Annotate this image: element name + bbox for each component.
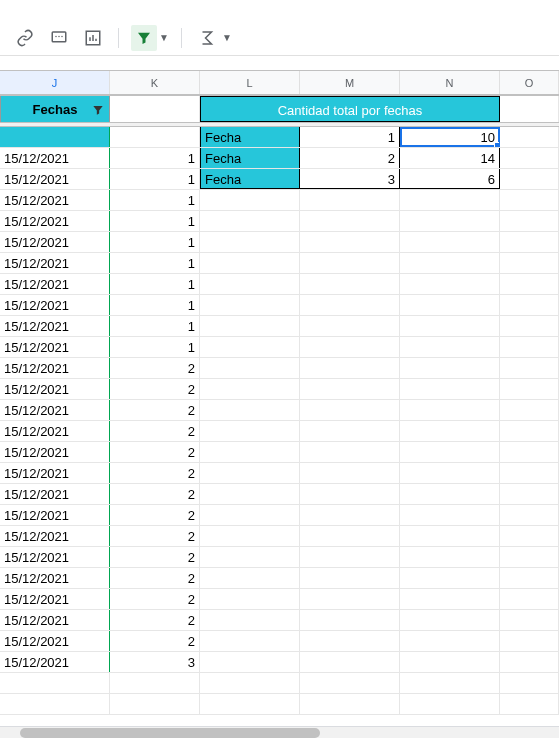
cell[interactable]	[500, 610, 559, 630]
cell[interactable]	[400, 358, 500, 378]
cell[interactable]	[300, 568, 400, 588]
col-header-j[interactable]: J	[0, 71, 110, 94]
cell[interactable]	[400, 442, 500, 462]
cell-j[interactable]: 15/12/2021	[0, 526, 110, 546]
cell-j[interactable]: 15/12/2021	[0, 505, 110, 525]
functions-dropdown[interactable]: ▼	[222, 32, 232, 43]
cell-j[interactable]: 15/12/2021	[0, 316, 110, 336]
summary-m[interactable]: 1	[300, 127, 400, 147]
cell-k[interactable]: 1	[110, 211, 200, 231]
cell[interactable]	[300, 421, 400, 441]
cell[interactable]	[200, 274, 300, 294]
cell-k[interactable]: 2	[110, 505, 200, 525]
cell-j[interactable]: 15/12/2021	[0, 400, 110, 420]
cell[interactable]	[0, 694, 110, 714]
cell[interactable]	[500, 190, 559, 210]
cell[interactable]	[400, 337, 500, 357]
cell[interactable]	[400, 589, 500, 609]
horizontal-scrollbar[interactable]	[0, 726, 559, 738]
cell-k[interactable]: 1	[110, 316, 200, 336]
cell[interactable]	[500, 295, 559, 315]
cell[interactable]	[500, 484, 559, 504]
filter-dropdown-icon[interactable]	[91, 99, 105, 113]
cell-k[interactable]: 1	[110, 148, 200, 168]
cell-k[interactable]: 2	[110, 631, 200, 651]
cell-k[interactable]: 2	[110, 358, 200, 378]
cell[interactable]	[400, 694, 500, 714]
cell[interactable]	[400, 421, 500, 441]
cell[interactable]	[300, 379, 400, 399]
cell-j[interactable]: 15/12/2021	[0, 211, 110, 231]
cell-k[interactable]: 2	[110, 421, 200, 441]
cell[interactable]	[500, 127, 559, 147]
cell-j[interactable]: 15/12/2021	[0, 610, 110, 630]
cell[interactable]	[400, 295, 500, 315]
cell-k[interactable]: 2	[110, 463, 200, 483]
cell-k[interactable]: 2	[110, 547, 200, 567]
cell[interactable]	[300, 673, 400, 693]
col-header-o[interactable]: O	[500, 71, 559, 94]
cell[interactable]	[500, 211, 559, 231]
cell-j[interactable]: 15/12/2021	[0, 568, 110, 588]
cell[interactable]	[400, 631, 500, 651]
cell-k[interactable]: 2	[110, 568, 200, 588]
cell[interactable]	[200, 568, 300, 588]
cell[interactable]	[500, 96, 559, 122]
cell[interactable]	[300, 442, 400, 462]
cell[interactable]	[500, 631, 559, 651]
cell[interactable]	[200, 589, 300, 609]
cell[interactable]	[200, 211, 300, 231]
cell[interactable]	[400, 211, 500, 231]
cell[interactable]	[500, 589, 559, 609]
cell[interactable]	[200, 463, 300, 483]
cell[interactable]	[300, 589, 400, 609]
cell-j[interactable]: 15/12/2021	[0, 169, 110, 189]
cell[interactable]	[200, 673, 300, 693]
cell[interactable]	[400, 400, 500, 420]
cell-j[interactable]: 15/12/2021	[0, 652, 110, 672]
cell-k[interactable]: 2	[110, 610, 200, 630]
cell-j[interactable]: 15/12/2021	[0, 631, 110, 651]
cell-j[interactable]: 15/12/2021	[0, 148, 110, 168]
cell[interactable]	[500, 358, 559, 378]
col-header-n[interactable]: N	[400, 71, 500, 94]
summary-label[interactable]: Fecha	[200, 148, 300, 168]
cell-k[interactable]: 1	[110, 337, 200, 357]
cell[interactable]	[200, 484, 300, 504]
cell-j[interactable]: 15/12/2021	[0, 442, 110, 462]
cell-j[interactable]: 15/12/2021	[0, 232, 110, 252]
cell-k[interactable]	[110, 127, 200, 147]
cell[interactable]	[300, 547, 400, 567]
col-header-l[interactable]: L	[200, 71, 300, 94]
filter-dropdown[interactable]: ▼	[159, 32, 169, 43]
cell[interactable]	[400, 484, 500, 504]
cell[interactable]	[400, 316, 500, 336]
cell-j[interactable]: 15/12/2021	[0, 358, 110, 378]
cell[interactable]	[500, 253, 559, 273]
cell[interactable]	[500, 463, 559, 483]
cell[interactable]	[500, 442, 559, 462]
cell-j[interactable]: 15/12/2021	[0, 190, 110, 210]
cell[interactable]	[300, 505, 400, 525]
cell[interactable]	[300, 211, 400, 231]
cell[interactable]	[500, 421, 559, 441]
cell[interactable]	[300, 337, 400, 357]
cell[interactable]	[300, 400, 400, 420]
cell-k[interactable]: 1	[110, 274, 200, 294]
summary-m[interactable]: 3	[300, 169, 400, 189]
cell-j[interactable]: 15/12/2021	[0, 295, 110, 315]
cell[interactable]	[200, 694, 300, 714]
cell-j[interactable]	[0, 127, 110, 147]
cell[interactable]	[200, 379, 300, 399]
cell-k[interactable]: 1	[110, 253, 200, 273]
cell-k[interactable]: 2	[110, 442, 200, 462]
cell[interactable]	[200, 337, 300, 357]
cell[interactable]	[300, 316, 400, 336]
cell[interactable]	[500, 337, 559, 357]
summary-label[interactable]: Fecha	[200, 127, 300, 147]
cell[interactable]	[300, 295, 400, 315]
summary-n[interactable]: 10	[400, 127, 500, 147]
cell[interactable]	[500, 274, 559, 294]
cell[interactable]	[400, 232, 500, 252]
cell-j[interactable]: 15/12/2021	[0, 421, 110, 441]
